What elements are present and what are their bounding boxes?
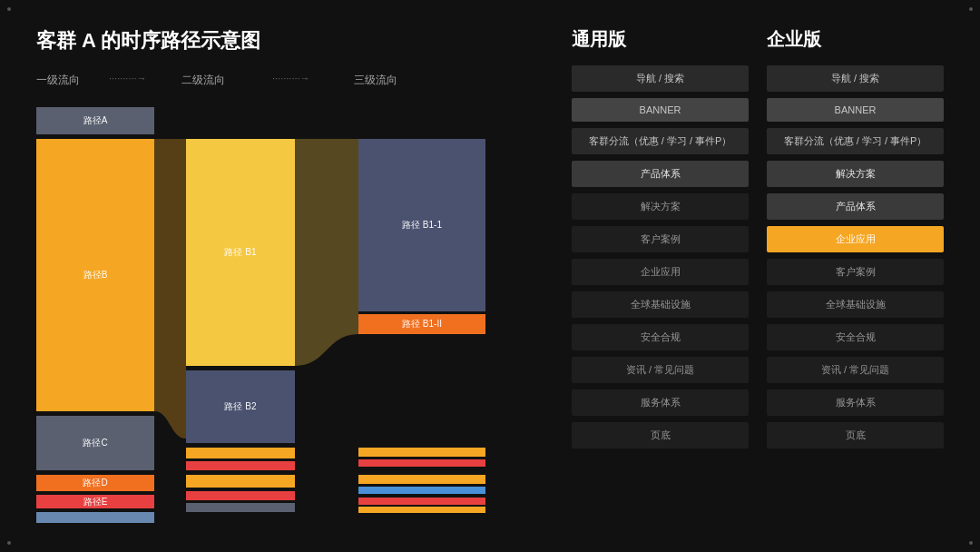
menu-item[interactable]: 全球基础设施 bbox=[572, 291, 749, 318]
sankey-block-label: 路径E bbox=[82, 496, 110, 508]
menu-item[interactable]: 页底 bbox=[767, 422, 944, 448]
menu-item[interactable]: 导航 / 搜索 bbox=[767, 65, 944, 92]
sankey-block bbox=[358, 507, 485, 513]
sankey-block bbox=[358, 448, 485, 457]
sankey-block: 路径 B2 bbox=[186, 370, 295, 443]
sankey-block bbox=[186, 503, 295, 512]
page-title: 客群 A 的时序路径示意图 bbox=[36, 27, 544, 54]
sankey-block-label: 路径 B1-II bbox=[400, 318, 444, 330]
sankey-block: 路径 B1-II bbox=[358, 314, 485, 334]
sankey-block-label: 路径 B2 bbox=[222, 400, 258, 413]
menu-item[interactable]: 页底 bbox=[572, 422, 749, 448]
right-panel: 通用版 导航 / 搜索BANNER客群分流（优惠 / 学习 / 事件P）产品体系… bbox=[544, 27, 944, 525]
menu-item[interactable]: BANNER bbox=[572, 98, 749, 122]
sankey-block bbox=[186, 461, 295, 470]
menu-item[interactable]: 服务体系 bbox=[572, 389, 749, 416]
menu-item[interactable]: 解决方案 bbox=[767, 161, 944, 187]
menu-item[interactable]: 产品体系 bbox=[572, 161, 749, 187]
menu-item[interactable]: 资讯 / 常见问题 bbox=[767, 357, 944, 383]
menu-item[interactable]: 资讯 / 常见问题 bbox=[572, 357, 749, 383]
menu-item[interactable]: 服务体系 bbox=[767, 389, 944, 416]
menu-item[interactable]: 企业应用 bbox=[767, 226, 944, 252]
sankey-block-label: 路径A bbox=[82, 114, 110, 127]
sankey-block: 路径B bbox=[36, 139, 154, 411]
level2-label: 二级流向 bbox=[181, 73, 225, 88]
menu-item[interactable]: BANNER bbox=[767, 98, 944, 122]
sankey-block-label: 路径B bbox=[82, 269, 110, 281]
sankey-container: 路径A路径B路径C路径D路径E路径 B1路径 B2路径 B1-1路径 B1-II bbox=[36, 107, 508, 525]
sankey-block: 路径C bbox=[36, 416, 154, 470]
sankey-block bbox=[358, 475, 485, 484]
arrow-2: ··········→ bbox=[272, 73, 310, 84]
sankey-block: 路径 B1-1 bbox=[358, 139, 485, 311]
left-panel: 客群 A 的时序路径示意图 一级流向 ··········→ 二级流向 ····… bbox=[36, 27, 544, 525]
sankey-block: 路径E bbox=[36, 495, 154, 508]
menu-item[interactable]: 客户案例 bbox=[572, 226, 749, 252]
level1-label: 一级流向 bbox=[36, 73, 80, 88]
enterprise-version-column: 企业版 导航 / 搜索BANNER客群分流（优惠 / 学习 / 事件P）解决方案… bbox=[767, 27, 944, 525]
sankey-block bbox=[186, 491, 295, 500]
menu-item[interactable]: 客户案例 bbox=[767, 259, 944, 285]
menu-item[interactable]: 安全合规 bbox=[572, 324, 749, 350]
main-container: 客群 A 的时序路径示意图 一级流向 ··········→ 二级流向 ····… bbox=[0, 0, 980, 552]
sankey-block: 路径A bbox=[36, 107, 154, 134]
sankey-block-label: 路径 B1-1 bbox=[400, 219, 444, 232]
menu-item[interactable]: 企业应用 bbox=[572, 259, 749, 285]
sankey-block bbox=[186, 448, 295, 458]
sankey-block bbox=[358, 487, 485, 494]
enterprise-menu-items: 导航 / 搜索BANNER客群分流（优惠 / 学习 / 事件P）解决方案产品体系… bbox=[767, 65, 944, 451]
sankey-block bbox=[186, 475, 295, 488]
sankey-block bbox=[358, 498, 485, 505]
sankey-area: 路径A路径B路径C路径D路径E路径 B1路径 B2路径 B1-1路径 B1-II bbox=[36, 107, 544, 525]
menu-item[interactable]: 全球基础设施 bbox=[767, 291, 944, 318]
flow-labels: 一级流向 ··········→ 二级流向 ··········→ 三级流向 bbox=[36, 73, 544, 86]
menu-item[interactable]: 解决方案 bbox=[572, 193, 749, 220]
menu-item[interactable]: 客群分流（优惠 / 学习 / 事件P） bbox=[572, 128, 749, 154]
sankey-block: 路径 B1 bbox=[186, 139, 295, 366]
arrow-1: ··········→ bbox=[109, 73, 147, 84]
sankey-block: 路径D bbox=[36, 475, 154, 491]
general-version-title: 通用版 bbox=[572, 27, 749, 52]
corner-decoration-br bbox=[969, 541, 973, 545]
sankey-block bbox=[36, 512, 154, 523]
menu-item[interactable]: 客群分流（优惠 / 学习 / 事件P） bbox=[767, 128, 944, 154]
menu-item[interactable]: 导航 / 搜索 bbox=[572, 65, 749, 92]
general-version-column: 通用版 导航 / 搜索BANNER客群分流（优惠 / 学习 / 事件P）产品体系… bbox=[572, 27, 749, 525]
sankey-block-label: 路径D bbox=[81, 477, 109, 489]
menu-item[interactable]: 安全合规 bbox=[767, 324, 944, 350]
sankey-block bbox=[358, 459, 485, 467]
general-menu-items: 导航 / 搜索BANNER客群分流（优惠 / 学习 / 事件P）产品体系解决方案… bbox=[572, 65, 749, 451]
corner-decoration-bl bbox=[7, 541, 11, 545]
sankey-block-label: 路径C bbox=[81, 437, 109, 449]
sankey-block-label: 路径 B1 bbox=[222, 246, 258, 259]
enterprise-version-title: 企业版 bbox=[767, 27, 944, 52]
level3-label: 三级流向 bbox=[354, 73, 397, 88]
menu-item[interactable]: 产品体系 bbox=[767, 193, 944, 220]
corner-decoration-tl bbox=[7, 7, 11, 11]
corner-decoration-tr bbox=[969, 7, 973, 11]
